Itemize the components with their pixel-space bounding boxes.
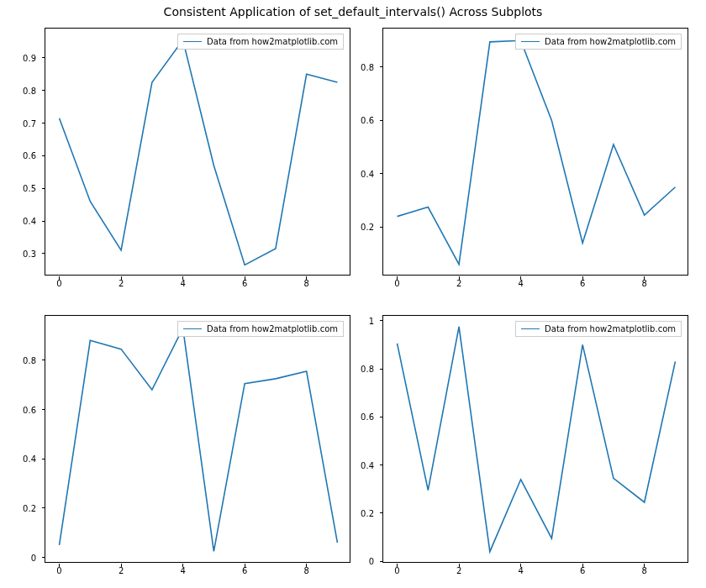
legend-label: Data from how2matplotlib.com — [207, 37, 338, 46]
x-tick-mark — [644, 276, 645, 280]
legend: Data from how2matplotlib.com — [515, 34, 682, 50]
y-tick-label: 0.6 — [23, 405, 36, 414]
subplot-top-right: Data from how2matplotlib.com 02468 0.20.… — [382, 28, 688, 276]
x-tick-label: 0 — [394, 279, 399, 288]
y-tick-mark — [42, 253, 45, 254]
x-tick-mark — [397, 564, 398, 567]
y-tick-mark — [380, 561, 383, 562]
y-tick-mark — [42, 155, 45, 156]
x-tick-label: 8 — [303, 279, 308, 288]
y-tick-label: 0.2 — [23, 503, 36, 512]
legend: Data from how2matplotlib.com — [515, 321, 682, 337]
y-tick-mark — [380, 465, 383, 465]
legend-label: Data from how2matplotlib.com — [207, 324, 338, 333]
x-tick-mark — [245, 564, 245, 567]
x-tick-label: 6 — [242, 279, 247, 288]
y-tick-mark — [42, 221, 45, 222]
legend-line-icon — [183, 328, 202, 329]
subplot-top-left: Data from how2matplotlib.com 02468 0.30.… — [45, 28, 350, 276]
x-tick-mark — [121, 276, 122, 280]
plot-svg — [45, 29, 350, 275]
x-tick-mark — [582, 564, 583, 567]
subplot-bottom-left: Data from how2matplotlib.com 02468 00.20… — [45, 315, 350, 563]
suptitle: Consistent Application of set_default_in… — [0, 5, 706, 18]
y-tick-label: 0.8 — [361, 365, 374, 374]
data-line — [398, 327, 676, 552]
x-tick-mark — [182, 276, 183, 280]
x-tick-label: 4 — [518, 279, 523, 288]
y-tick-mark — [380, 512, 383, 513]
x-tick-label: 8 — [303, 566, 308, 575]
y-tick-label: 0.5 — [23, 184, 36, 193]
y-tick-mark — [380, 66, 383, 67]
legend: Data from how2matplotlib.com — [177, 321, 344, 337]
y-tick-label: 0.6 — [23, 151, 36, 160]
x-tick-label: 2 — [119, 566, 124, 575]
x-tick-mark — [59, 564, 60, 567]
data-line — [398, 40, 676, 264]
y-tick-label: 0.8 — [23, 355, 36, 365]
y-tick-mark — [42, 459, 45, 459]
y-tick-label: 0.2 — [361, 508, 374, 517]
x-tick-label: 8 — [641, 566, 646, 575]
y-tick-mark — [42, 360, 45, 360]
legend-label: Data from how2matplotlib.com — [545, 324, 676, 333]
x-tick-mark — [582, 276, 583, 280]
y-tick-mark — [42, 409, 45, 410]
y-tick-label: 0 — [31, 553, 36, 562]
y-tick-mark — [380, 369, 383, 370]
legend-label: Data from how2matplotlib.com — [545, 37, 676, 46]
x-tick-label: 8 — [641, 279, 646, 288]
x-tick-label: 6 — [580, 566, 585, 575]
legend-line-icon — [521, 41, 540, 42]
y-tick-label: 1 — [369, 316, 374, 325]
x-tick-label: 0 — [56, 279, 61, 288]
y-tick-mark — [42, 557, 45, 558]
y-tick-mark — [42, 123, 45, 123]
x-tick-label: 0 — [56, 566, 61, 575]
y-tick-label: 0.9 — [23, 53, 36, 62]
y-tick-label: 0.4 — [361, 460, 374, 470]
x-tick-label: 4 — [180, 279, 185, 288]
y-tick-mark — [380, 320, 383, 321]
x-tick-label: 2 — [456, 279, 461, 288]
legend: Data from how2matplotlib.com — [177, 34, 344, 50]
y-tick-label: 0.4 — [23, 217, 36, 226]
y-tick-label: 0.6 — [361, 412, 374, 422]
plot-svg — [45, 316, 350, 562]
y-tick-mark — [42, 507, 45, 508]
x-tick-mark — [59, 276, 60, 280]
legend-line-icon — [521, 328, 540, 329]
x-tick-mark — [245, 276, 245, 280]
y-tick-mark — [380, 173, 383, 174]
y-tick-label: 0.4 — [361, 169, 374, 178]
x-tick-label: 6 — [580, 279, 585, 288]
x-tick-mark — [306, 564, 307, 567]
subplot-bottom-right: Data from how2matplotlib.com 02468 00.20… — [382, 315, 688, 563]
x-tick-mark — [459, 564, 460, 567]
y-tick-mark — [42, 188, 45, 189]
y-tick-mark — [380, 120, 383, 121]
x-tick-mark — [520, 276, 521, 280]
x-tick-mark — [520, 564, 521, 567]
x-tick-mark — [644, 564, 645, 567]
y-tick-label: 0.8 — [23, 86, 36, 95]
x-tick-label: 2 — [119, 279, 124, 288]
x-tick-mark — [121, 564, 122, 567]
figure: Consistent Application of set_default_in… — [0, 0, 706, 588]
y-tick-label: 0.6 — [361, 116, 374, 125]
plot-svg — [383, 316, 688, 562]
x-tick-mark — [397, 276, 398, 280]
y-tick-mark — [42, 57, 45, 58]
x-tick-mark — [306, 276, 307, 280]
y-tick-label: 0.4 — [23, 454, 36, 464]
x-tick-label: 4 — [518, 566, 523, 575]
x-tick-label: 0 — [394, 566, 399, 575]
y-tick-mark — [380, 227, 383, 228]
y-tick-label: 0.8 — [361, 62, 374, 71]
x-tick-mark — [459, 276, 460, 280]
y-tick-label: 0 — [369, 557, 374, 566]
y-tick-label: 0.7 — [23, 118, 36, 128]
x-tick-label: 4 — [180, 566, 185, 575]
y-tick-label: 0.3 — [23, 249, 36, 258]
